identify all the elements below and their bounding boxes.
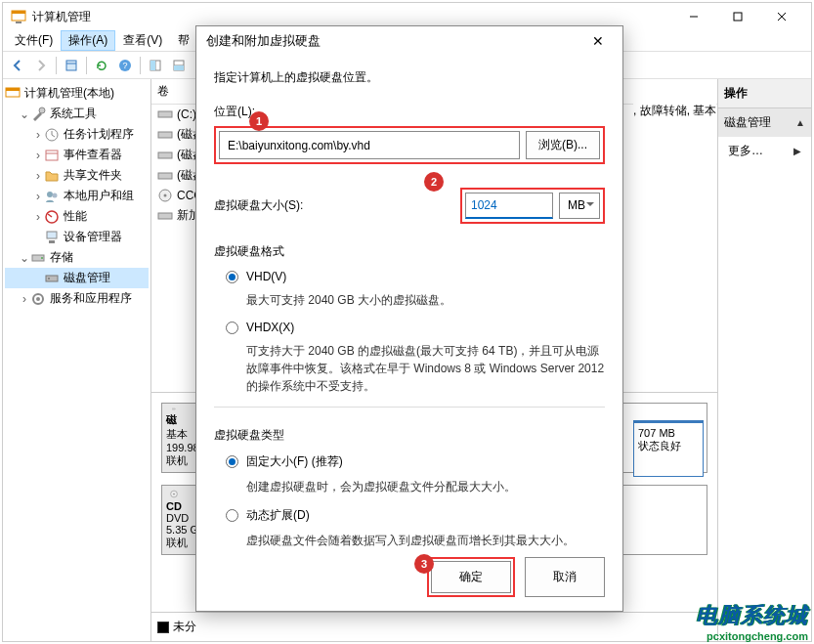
tree-services[interactable]: ›服务和应用程序: [5, 288, 149, 309]
legend-swatch-unallocated: [157, 622, 169, 633]
forward-button[interactable]: [30, 55, 52, 76]
dialog-close-button[interactable]: ✕: [583, 26, 613, 56]
svg-point-44: [173, 494, 175, 495]
partition-block[interactable]: 707 MB 状态良好: [633, 420, 704, 477]
fixed-description: 创建虚拟硬盘时，会为虚拟硬盘文件分配最大大小。: [214, 478, 605, 495]
svg-rect-7: [66, 61, 76, 70]
close-button[interactable]: [759, 3, 803, 30]
tree-sharedfolders[interactable]: ›共享文件夹: [5, 165, 149, 186]
watermark-url: pcxitongcheng.com: [696, 630, 808, 642]
tree-performance[interactable]: ›性能: [5, 206, 149, 227]
cancel-button[interactable]: 取消: [525, 557, 605, 597]
browse-button[interactable]: 浏览(B)...: [526, 131, 600, 159]
size-input[interactable]: [465, 193, 553, 219]
svg-point-24: [53, 193, 58, 197]
storage-icon: [30, 250, 46, 266]
size-unit-select[interactable]: MB: [559, 193, 600, 219]
view-detail-icon[interactable]: [168, 55, 190, 76]
minimize-button[interactable]: [671, 3, 715, 30]
window-controls: [671, 3, 803, 30]
tree-devicemgr[interactable]: ›设备管理器: [5, 227, 149, 247]
tree-taskscheduler[interactable]: ›任务计划程序: [5, 124, 149, 145]
help-button[interactable]: ?: [114, 55, 136, 76]
svg-point-40: [164, 194, 167, 197]
watermark: 电脑系统城 pcxitongcheng.com: [696, 601, 808, 642]
svg-line-26: [48, 214, 52, 217]
folder-icon: [44, 168, 60, 184]
radio-icon: [226, 509, 238, 522]
menu-action[interactable]: 操作(A): [61, 30, 115, 51]
app-icon: [11, 9, 26, 24]
drive-icon: [157, 107, 173, 122]
radio-fixed[interactable]: 固定大小(F) (推荐): [214, 453, 605, 470]
computer-icon: [5, 86, 21, 102]
tree-root[interactable]: 计算机管理(本地): [5, 83, 149, 104]
svg-rect-21: [46, 150, 58, 160]
vhdx-description: 可支持大于 2040 GB 的虚拟磁盘(最大可支持 64 TB)，并且可从电源故…: [214, 342, 605, 395]
maximize-button[interactable]: [715, 3, 759, 30]
actions-header: 操作: [718, 79, 811, 108]
tree-panel: 计算机管理(本地) ⌄系统工具 ›任务计划程序 ›事件查看器 ›共享文件夹 ›本…: [3, 79, 151, 641]
menu-help[interactable]: 帮: [170, 30, 197, 51]
svg-point-34: [36, 297, 40, 301]
legend: 未分: [151, 612, 717, 641]
actions-more[interactable]: 更多…▶: [718, 137, 811, 165]
actions-subheader[interactable]: 磁盘管理▲: [718, 108, 811, 137]
callout-1: 1: [249, 111, 269, 131]
drive-icon: [157, 148, 173, 163]
menu-view[interactable]: 查看(V): [115, 30, 170, 51]
view-list-icon[interactable]: [145, 55, 166, 76]
drive-icon: [157, 208, 173, 224]
dialog-titlebar: 创建和附加虚拟硬盘 ✕: [196, 26, 622, 56]
svg-rect-4: [734, 13, 742, 21]
svg-rect-42: [173, 408, 176, 409]
extra-column-text: , 故障转储, 基本: [633, 103, 716, 119]
svg-rect-28: [49, 240, 55, 243]
dialog-footer: 确定 取消: [427, 557, 605, 597]
tree-diskmgmt[interactable]: ›磁盘管理: [5, 268, 149, 288]
menu-file[interactable]: 文件(F): [7, 30, 61, 51]
location-input[interactable]: [219, 131, 520, 159]
svg-point-23: [47, 192, 53, 197]
svg-rect-27: [47, 232, 57, 238]
toolbar-properties-icon[interactable]: [61, 55, 82, 76]
back-button[interactable]: [7, 55, 28, 76]
svg-rect-31: [46, 276, 58, 281]
type-group-title: 虚拟硬盘类型: [214, 427, 605, 444]
svg-rect-36: [158, 132, 172, 138]
svg-rect-16: [174, 65, 184, 70]
radio-dynamic[interactable]: 动态扩展(D): [214, 507, 605, 524]
size-label: 虚拟硬盘大小(S):: [214, 197, 460, 214]
tree-storage[interactable]: ⌄存储: [5, 247, 149, 268]
perf-icon: [44, 209, 60, 225]
svg-rect-41: [158, 213, 172, 219]
refresh-button[interactable]: [91, 55, 112, 76]
size-highlight: MB: [460, 188, 605, 224]
tree-systools[interactable]: ⌄系统工具: [5, 104, 149, 124]
cd-icon: [166, 490, 182, 498]
event-icon: [44, 148, 60, 163]
ok-button[interactable]: 确定: [431, 561, 511, 593]
disk-icon: [44, 271, 60, 286]
svg-point-19: [39, 107, 45, 113]
device-icon: [44, 230, 60, 245]
location-highlight: 浏览(B)...: [214, 126, 605, 164]
radio-icon: [226, 322, 238, 334]
radio-vhd[interactable]: VHD(V): [214, 270, 605, 283]
svg-point-32: [48, 278, 50, 279]
window-title: 计算机管理: [32, 9, 671, 25]
svg-rect-2: [16, 21, 21, 23]
svg-rect-18: [6, 88, 20, 91]
services-icon: [30, 291, 46, 307]
clock-icon: [44, 127, 60, 143]
radio-vhdx[interactable]: VHDX(X): [214, 321, 605, 334]
cd-icon: [157, 188, 173, 203]
tree-localusers[interactable]: ›本地用户和组: [5, 186, 149, 206]
format-group-title: 虚拟硬盘格式: [214, 243, 605, 260]
actions-panel: 操作 磁盘管理▲ 更多…▶: [718, 79, 811, 641]
svg-text:?: ?: [122, 61, 127, 70]
users-icon: [44, 189, 60, 204]
tree-eventviewer[interactable]: ›事件查看器: [5, 145, 149, 165]
callout-2: 2: [424, 172, 444, 192]
svg-rect-38: [158, 173, 172, 179]
